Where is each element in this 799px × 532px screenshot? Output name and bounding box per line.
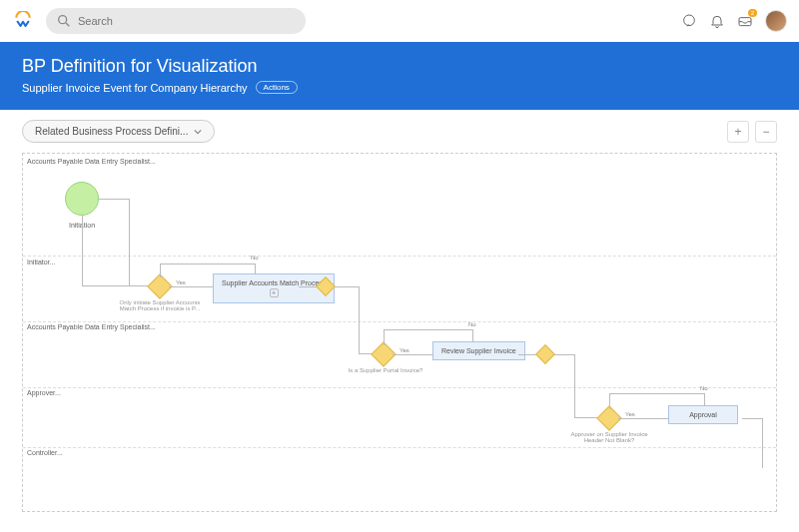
page-title: BP Definition for Visualization xyxy=(22,56,777,77)
edge-yes: Yes xyxy=(400,347,409,353)
avatar[interactable] xyxy=(765,10,787,32)
search-box[interactable] xyxy=(46,8,306,34)
lane-label: Accounts Payable Data Entry Specialist..… xyxy=(27,158,156,165)
edge-no: No xyxy=(468,321,476,327)
edge-no: No xyxy=(700,385,708,391)
workday-logo[interactable] xyxy=(12,10,34,32)
lane-label: Initiator... xyxy=(27,259,55,266)
inbox-badge: 2 xyxy=(748,9,757,17)
gateway-2-condition: Is a Supplier Portal Invoice? xyxy=(341,367,430,373)
expand-icon[interactable]: + xyxy=(270,288,279,297)
gateway-1-condition: Only initiate Supplier Accounts Match Pr… xyxy=(115,299,205,311)
search-input[interactable] xyxy=(78,15,296,27)
page-subtitle: Supplier Invoice Event for Company Hiera… xyxy=(22,82,248,94)
zoom-in-button[interactable]: + xyxy=(727,121,749,143)
node-match-process[interactable]: Supplier Accounts Match Process + xyxy=(213,273,335,303)
edge-yes: Yes xyxy=(176,279,186,285)
bp-diagram-canvas[interactable]: Accounts Payable Data Entry Specialist..… xyxy=(22,153,777,512)
svg-point-0 xyxy=(59,16,67,24)
chevron-down-icon xyxy=(194,128,202,136)
edge-no: No xyxy=(251,255,259,261)
node-review[interactable]: Review Supplier Invoice xyxy=(432,341,525,360)
bell-icon[interactable] xyxy=(709,13,725,29)
edge-yes: Yes xyxy=(625,411,635,417)
lane-label: Controller... xyxy=(27,449,63,456)
gateway-3-condition: Approver on Supplier Invoice Header Not … xyxy=(564,431,654,443)
svg-point-2 xyxy=(684,15,695,26)
node-initiation[interactable] xyxy=(65,182,99,216)
lane-label: Accounts Payable Data Entry Specialist..… xyxy=(27,323,156,330)
actions-button[interactable]: Actions xyxy=(256,81,298,94)
chat-icon[interactable] xyxy=(681,13,697,29)
lane-label: Approver... xyxy=(27,389,61,396)
related-bp-dropdown[interactable]: Related Business Process Defini... xyxy=(22,120,215,143)
zoom-out-button[interactable]: − xyxy=(755,121,777,143)
inbox-icon[interactable]: 2 xyxy=(737,13,753,29)
svg-line-1 xyxy=(66,23,69,26)
node-approval[interactable]: Approval xyxy=(668,405,738,424)
search-icon xyxy=(56,13,72,29)
gateway-merge-2[interactable] xyxy=(535,344,555,364)
